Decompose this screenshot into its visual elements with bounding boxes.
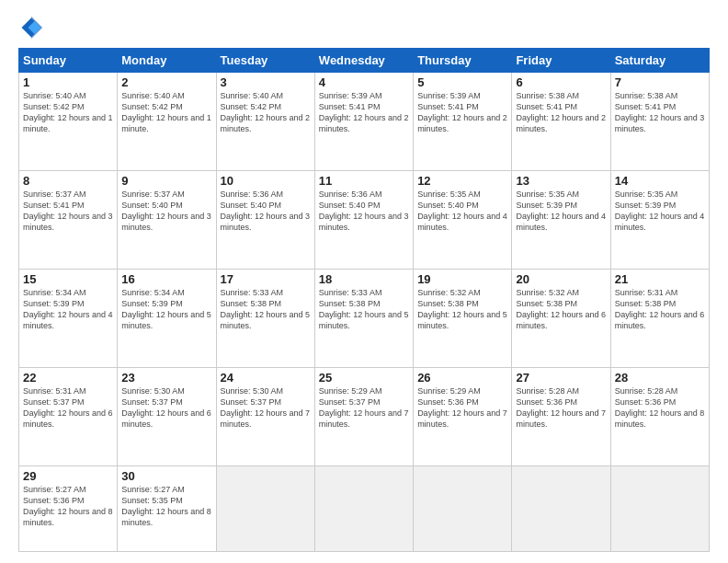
- day-number: 28: [615, 371, 705, 385]
- calendar-cell: 6Sunrise: 5:38 AM Sunset: 5:41 PM Daylig…: [512, 73, 610, 171]
- day-info: Sunrise: 5:37 AM Sunset: 5:40 PM Dayligh…: [121, 189, 211, 234]
- day-number: 25: [319, 371, 409, 385]
- calendar-cell: 19Sunrise: 5:32 AM Sunset: 5:38 PM Dayli…: [414, 269, 512, 367]
- day-number: 9: [121, 174, 211, 188]
- calendar-cell: 30Sunrise: 5:27 AM Sunset: 5:35 PM Dayli…: [118, 465, 216, 551]
- calendar-cell: 22Sunrise: 5:31 AM Sunset: 5:37 PM Dayli…: [19, 367, 118, 465]
- calendar-cell: 4Sunrise: 5:39 AM Sunset: 5:41 PM Daylig…: [314, 73, 413, 171]
- header: [18, 15, 710, 40]
- day-info: Sunrise: 5:35 AM Sunset: 5:39 PM Dayligh…: [516, 189, 606, 234]
- calendar-cell: 3Sunrise: 5:40 AM Sunset: 5:42 PM Daylig…: [216, 73, 314, 171]
- day-info: Sunrise: 5:36 AM Sunset: 5:40 PM Dayligh…: [319, 189, 409, 234]
- day-info: Sunrise: 5:38 AM Sunset: 5:41 PM Dayligh…: [516, 90, 606, 135]
- day-number: 11: [319, 174, 409, 188]
- calendar-cell: 8Sunrise: 5:37 AM Sunset: 5:41 PM Daylig…: [19, 170, 118, 269]
- day-info: Sunrise: 5:35 AM Sunset: 5:40 PM Dayligh…: [417, 189, 507, 234]
- day-header-saturday: Saturday: [610, 49, 709, 73]
- calendar-cell: 10Sunrise: 5:36 AM Sunset: 5:40 PM Dayli…: [216, 170, 314, 269]
- day-info: Sunrise: 5:30 AM Sunset: 5:37 PM Dayligh…: [221, 385, 311, 431]
- calendar-cell: [512, 465, 610, 551]
- calendar-cell: 26Sunrise: 5:29 AM Sunset: 5:36 PM Dayli…: [414, 367, 512, 465]
- calendar-cell: [216, 465, 314, 551]
- day-number: 24: [221, 371, 311, 385]
- calendar-cell: 25Sunrise: 5:29 AM Sunset: 5:37 PM Dayli…: [314, 367, 413, 465]
- day-number: 22: [23, 371, 113, 385]
- calendar-cell: 5Sunrise: 5:39 AM Sunset: 5:41 PM Daylig…: [414, 73, 512, 171]
- calendar-cell: 16Sunrise: 5:34 AM Sunset: 5:39 PM Dayli…: [118, 269, 216, 367]
- day-number: 30: [121, 469, 211, 483]
- day-info: Sunrise: 5:29 AM Sunset: 5:37 PM Dayligh…: [319, 385, 409, 431]
- day-info: Sunrise: 5:32 AM Sunset: 5:38 PM Dayligh…: [417, 287, 507, 332]
- day-info: Sunrise: 5:33 AM Sunset: 5:38 PM Dayligh…: [319, 287, 409, 332]
- day-number: 20: [516, 272, 606, 286]
- day-number: 10: [221, 174, 311, 188]
- logo: [18, 15, 48, 40]
- day-info: Sunrise: 5:39 AM Sunset: 5:41 PM Dayligh…: [319, 90, 409, 135]
- day-info: Sunrise: 5:37 AM Sunset: 5:41 PM Dayligh…: [23, 189, 113, 234]
- day-number: 12: [417, 174, 507, 188]
- calendar-table: SundayMondayTuesdayWednesdayThursdayFrid…: [18, 48, 710, 552]
- day-number: 1: [23, 75, 113, 89]
- day-header-friday: Friday: [512, 49, 610, 73]
- day-number: 29: [23, 469, 113, 483]
- day-info: Sunrise: 5:40 AM Sunset: 5:42 PM Dayligh…: [121, 90, 211, 135]
- calendar-cell: 17Sunrise: 5:33 AM Sunset: 5:38 PM Dayli…: [216, 269, 314, 367]
- day-header-thursday: Thursday: [414, 49, 512, 73]
- day-number: 5: [417, 75, 507, 89]
- day-header-monday: Monday: [118, 49, 216, 73]
- day-info: Sunrise: 5:27 AM Sunset: 5:35 PM Dayligh…: [121, 484, 211, 529]
- day-info: Sunrise: 5:35 AM Sunset: 5:39 PM Dayligh…: [615, 189, 705, 234]
- day-number: 19: [417, 272, 507, 286]
- day-info: Sunrise: 5:36 AM Sunset: 5:40 PM Dayligh…: [221, 189, 311, 234]
- logo-icon: [18, 15, 44, 40]
- day-info: Sunrise: 5:39 AM Sunset: 5:41 PM Dayligh…: [417, 90, 507, 135]
- calendar-cell: 23Sunrise: 5:30 AM Sunset: 5:37 PM Dayli…: [118, 367, 216, 465]
- day-info: Sunrise: 5:27 AM Sunset: 5:36 PM Dayligh…: [23, 484, 113, 529]
- page: SundayMondayTuesdayWednesdayThursdayFrid…: [0, 0, 728, 563]
- day-info: Sunrise: 5:34 AM Sunset: 5:39 PM Dayligh…: [121, 287, 211, 332]
- day-number: 21: [615, 272, 705, 286]
- day-info: Sunrise: 5:32 AM Sunset: 5:38 PM Dayligh…: [516, 287, 606, 332]
- day-number: 15: [23, 272, 113, 286]
- calendar-cell: 20Sunrise: 5:32 AM Sunset: 5:38 PM Dayli…: [512, 269, 610, 367]
- day-info: Sunrise: 5:29 AM Sunset: 5:36 PM Dayligh…: [417, 385, 507, 431]
- day-number: 23: [121, 371, 211, 385]
- calendar-cell: 15Sunrise: 5:34 AM Sunset: 5:39 PM Dayli…: [19, 269, 118, 367]
- day-info: Sunrise: 5:31 AM Sunset: 5:37 PM Dayligh…: [23, 385, 113, 431]
- calendar-cell: 13Sunrise: 5:35 AM Sunset: 5:39 PM Dayli…: [512, 170, 610, 269]
- day-info: Sunrise: 5:30 AM Sunset: 5:37 PM Dayligh…: [121, 385, 211, 431]
- day-info: Sunrise: 5:31 AM Sunset: 5:38 PM Dayligh…: [615, 287, 705, 332]
- calendar-cell: 14Sunrise: 5:35 AM Sunset: 5:39 PM Dayli…: [610, 170, 709, 269]
- day-info: Sunrise: 5:33 AM Sunset: 5:38 PM Dayligh…: [221, 287, 311, 332]
- day-info: Sunrise: 5:34 AM Sunset: 5:39 PM Dayligh…: [23, 287, 113, 332]
- calendar-cell: 29Sunrise: 5:27 AM Sunset: 5:36 PM Dayli…: [19, 465, 118, 551]
- day-info: Sunrise: 5:28 AM Sunset: 5:36 PM Dayligh…: [615, 385, 705, 431]
- calendar-cell: 24Sunrise: 5:30 AM Sunset: 5:37 PM Dayli…: [216, 367, 314, 465]
- day-number: 7: [615, 75, 705, 89]
- calendar-cell: 2Sunrise: 5:40 AM Sunset: 5:42 PM Daylig…: [118, 73, 216, 171]
- day-number: 3: [221, 75, 311, 89]
- calendar-cell: [414, 465, 512, 551]
- day-info: Sunrise: 5:28 AM Sunset: 5:36 PM Dayligh…: [516, 385, 606, 431]
- calendar-cell: 21Sunrise: 5:31 AM Sunset: 5:38 PM Dayli…: [610, 269, 709, 367]
- calendar-cell: 7Sunrise: 5:38 AM Sunset: 5:41 PM Daylig…: [610, 73, 709, 171]
- day-number: 6: [516, 75, 606, 89]
- day-info: Sunrise: 5:38 AM Sunset: 5:41 PM Dayligh…: [615, 90, 705, 135]
- calendar-cell: [610, 465, 709, 551]
- calendar-cell: 11Sunrise: 5:36 AM Sunset: 5:40 PM Dayli…: [314, 170, 413, 269]
- calendar-cell: 28Sunrise: 5:28 AM Sunset: 5:36 PM Dayli…: [610, 367, 709, 465]
- day-info: Sunrise: 5:40 AM Sunset: 5:42 PM Dayligh…: [221, 90, 311, 135]
- day-header-wednesday: Wednesday: [314, 49, 413, 73]
- calendar-cell: 9Sunrise: 5:37 AM Sunset: 5:40 PM Daylig…: [118, 170, 216, 269]
- day-number: 18: [319, 272, 409, 286]
- calendar-cell: 1Sunrise: 5:40 AM Sunset: 5:42 PM Daylig…: [19, 73, 118, 171]
- day-number: 13: [516, 174, 606, 188]
- day-number: 14: [615, 174, 705, 188]
- day-number: 4: [319, 75, 409, 89]
- day-header-tuesday: Tuesday: [216, 49, 314, 73]
- calendar-cell: 27Sunrise: 5:28 AM Sunset: 5:36 PM Dayli…: [512, 367, 610, 465]
- day-number: 8: [23, 174, 113, 188]
- day-number: 17: [221, 272, 311, 286]
- day-number: 26: [417, 371, 507, 385]
- day-number: 16: [121, 272, 211, 286]
